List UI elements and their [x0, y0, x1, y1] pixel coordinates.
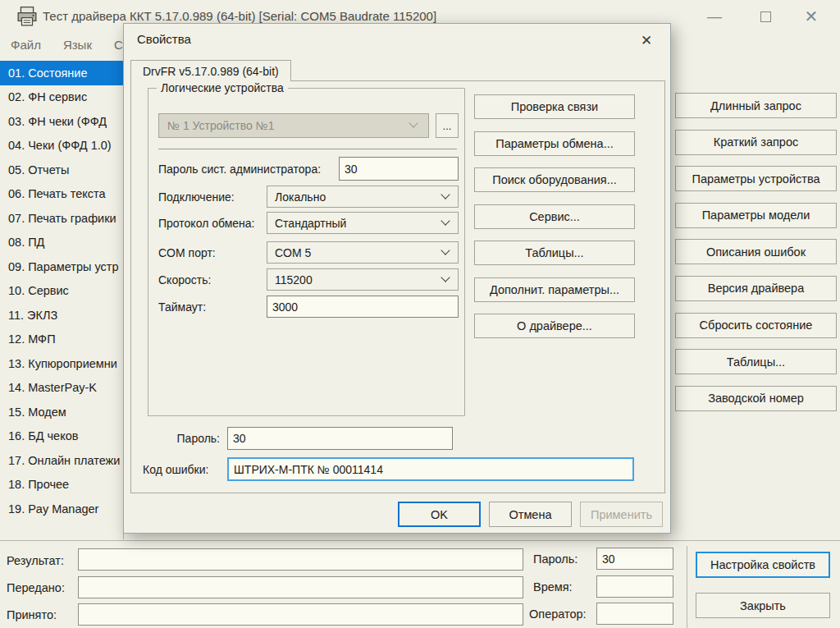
- model-params-button[interactable]: Параметры модели: [675, 203, 837, 228]
- received-field[interactable]: [78, 603, 523, 626]
- sidebar-item[interactable]: 15. Модем: [0, 400, 123, 424]
- additional-params-button[interactable]: Дополнит. параметры...: [474, 277, 635, 302]
- sidebar-item[interactable]: 05. Отчеты: [0, 158, 123, 182]
- result-field[interactable]: [78, 548, 523, 571]
- search-equipment-button[interactable]: Поиск оборудования...: [474, 167, 635, 192]
- sidebar-item[interactable]: 08. ПД: [0, 231, 123, 255]
- error-code-input[interactable]: [227, 457, 634, 481]
- chevron-down-icon: [441, 190, 450, 199]
- tab-page: Логические устройства № 1 Устройство №1 …: [130, 80, 665, 493]
- logical-device-combo: № 1 Устройство №1: [158, 113, 429, 138]
- dialog-title: Свойства: [137, 32, 191, 46]
- connection-combo[interactable]: Локально: [267, 186, 459, 208]
- properties-dialog: Свойства ✕ DrvFR v5.17.0.989 (64-bit) Ло…: [123, 23, 671, 534]
- dialog-close-icon[interactable]: ✕: [634, 29, 659, 52]
- connection-label: Подключение:: [158, 186, 235, 208]
- chevron-down-icon: [441, 216, 450, 225]
- group-title: Логические устройства: [157, 81, 288, 94]
- sidebar-item[interactable]: 11. ЭКЛЗ: [0, 303, 123, 328]
- sidebar-item[interactable]: 18. Прочее: [0, 473, 123, 497]
- sidebar-list: 01. Состояние 02. ФН сервис 03. ФН чеки …: [0, 56, 124, 539]
- error-code-label: Код ошибки:: [143, 457, 221, 481]
- sidebar-item[interactable]: 02. ФН сервис: [0, 85, 123, 110]
- apply-button: Применить: [580, 502, 663, 527]
- maximize-icon[interactable]: [746, 0, 784, 33]
- sidebar-item[interactable]: 06. Печать текста: [0, 182, 123, 207]
- sidebar-item[interactable]: 09. Параметры устр: [0, 254, 123, 279]
- device-browse-button[interactable]: ...: [436, 113, 459, 138]
- baudrate-label: Скорость:: [158, 268, 211, 291]
- timeout-input[interactable]: [267, 296, 459, 318]
- sidebar-item[interactable]: 07. Печать графики: [0, 206, 123, 231]
- status-panel: Результат: Передано: Принято: Пароль: Вр…: [0, 540, 840, 628]
- app-window: Тест драйвера ККТ 5.17.0.989 (64-bit) [S…: [0, 0, 840, 628]
- printer-icon: [16, 6, 38, 27]
- exchange-params-button[interactable]: Параметры обмена...: [474, 131, 635, 156]
- menu-language[interactable]: Язык: [63, 38, 92, 52]
- operator-field[interactable]: [596, 603, 673, 625]
- tables-button[interactable]: Таблицы...: [675, 349, 837, 374]
- sidebar-item-state[interactable]: 01. Состояние: [0, 61, 123, 85]
- sidebar-item[interactable]: 17. Онлайн платежи: [0, 448, 123, 473]
- sidebar-item[interactable]: 12. МФП: [0, 328, 123, 352]
- sidebar-item[interactable]: 13. Купюроприемни: [0, 351, 123, 376]
- menu-file[interactable]: Файл: [11, 38, 41, 52]
- connection-value: Локально: [275, 190, 326, 204]
- service-button[interactable]: Сервис...: [474, 204, 635, 229]
- timeout-label: Таймаут:: [158, 296, 206, 318]
- time-field[interactable]: [596, 575, 673, 598]
- logical-device-value: № 1 Устройство №1: [167, 119, 275, 132]
- device-params-button[interactable]: Параметры устройства: [675, 166, 837, 191]
- protocol-value: Стандартный: [275, 217, 346, 230]
- about-driver-button[interactable]: О драйвере...: [474, 314, 635, 338]
- chevron-down-icon: [409, 118, 418, 127]
- cancel-button[interactable]: Отмена: [489, 502, 572, 527]
- status-divider: [687, 546, 687, 628]
- sidebar-item[interactable]: 14. MasterPay-K: [0, 376, 123, 401]
- baudrate-value: 115200: [275, 273, 313, 286]
- dialog-password-input[interactable]: [227, 427, 453, 450]
- minimize-icon[interactable]: —: [696, 0, 733, 33]
- password-label: Пароль:: [533, 552, 578, 566]
- long-request-button[interactable]: Длинный запрос: [675, 93, 837, 118]
- sidebar-item[interactable]: 03. ФН чеки (ФФД: [0, 109, 123, 134]
- maximize-box-glyph: [760, 11, 771, 22]
- dialog-tables-button[interactable]: Таблицы...: [474, 241, 635, 265]
- baudrate-combo[interactable]: 115200: [267, 268, 459, 291]
- window-title: Тест драйвера ККТ 5.17.0.989 (64-bit) [S…: [43, 9, 436, 23]
- check-connection-button[interactable]: Проверка связи: [474, 94, 635, 119]
- close-window-button[interactable]: Закрыть: [696, 593, 830, 618]
- sidebar-item[interactable]: 16. БД чеков: [0, 424, 123, 449]
- properties-settings-button[interactable]: Настройка свойств: [696, 552, 830, 578]
- admin-password-label: Пароль сист. администратора:: [158, 157, 321, 181]
- com-port-label: COM порт:: [158, 241, 216, 264]
- com-port-value: COM 5: [275, 246, 311, 259]
- com-port-combo[interactable]: COM 5: [267, 241, 459, 264]
- logical-devices-group: Логические устройства № 1 Устройство №1 …: [148, 88, 465, 416]
- reset-state-button[interactable]: Сбросить состояние: [675, 313, 837, 338]
- admin-password-input[interactable]: [339, 157, 459, 181]
- ok-button[interactable]: OK: [398, 502, 481, 527]
- chevron-down-icon: [441, 245, 450, 254]
- protocol-combo[interactable]: Стандартный: [267, 212, 459, 234]
- error-descriptions-button[interactable]: Описания ошибок: [675, 239, 837, 264]
- group-separator: [158, 149, 457, 149]
- time-label: Время:: [533, 580, 573, 594]
- operator-label: Оператор:: [529, 607, 587, 621]
- sidebar-item[interactable]: 19. Pay Manager: [0, 497, 123, 521]
- serial-number-button[interactable]: Заводской номер: [675, 386, 837, 411]
- result-label: Результат:: [7, 554, 64, 567]
- dialog-button-column: Проверка связи Параметры обмена... Поиск…: [474, 94, 635, 338]
- sent-field[interactable]: [78, 576, 523, 598]
- password-field[interactable]: [596, 548, 673, 570]
- chevron-down-icon: [441, 273, 450, 282]
- short-request-button[interactable]: Краткий запрос: [675, 130, 837, 155]
- tab-drvfr[interactable]: DrvFR v5.17.0.989 (64-bit): [130, 60, 291, 81]
- close-icon[interactable]: ✕: [792, 0, 830, 33]
- dialog-password-label: Пароль:: [164, 427, 220, 450]
- sidebar-item[interactable]: 04. Чеки (ФФД 1.0): [0, 134, 123, 158]
- sidebar-item[interactable]: 10. Сервис: [0, 279, 123, 304]
- received-label: Принято:: [7, 608, 57, 621]
- driver-version-button[interactable]: Версия драйвера: [675, 276, 837, 301]
- menu-bar: Файл Язык Спр: [0, 33, 136, 56]
